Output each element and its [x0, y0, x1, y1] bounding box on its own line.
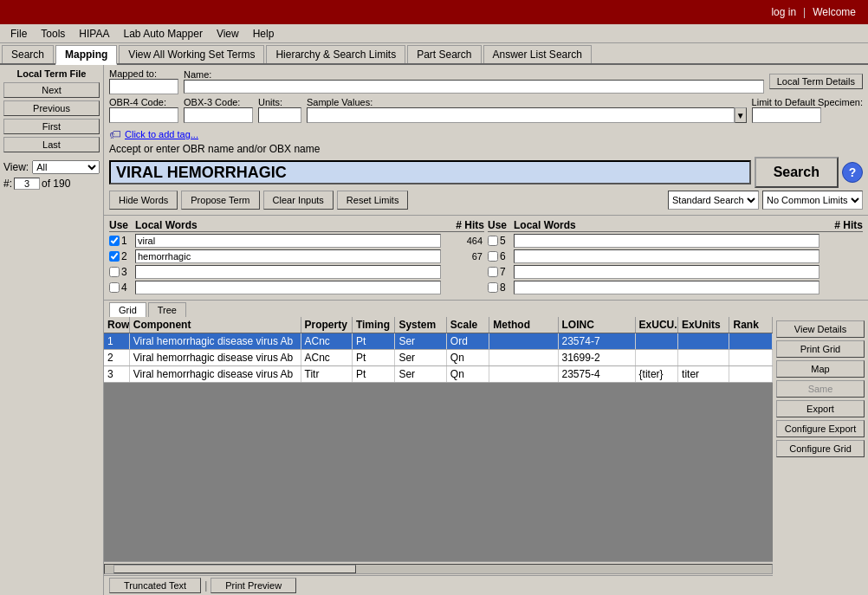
word-input-3[interactable] — [135, 265, 441, 279]
clear-inputs-btn[interactable]: Clear Inputs — [263, 191, 334, 210]
menu-item-file[interactable]: File — [3, 26, 34, 42]
tab-view-all-working-set-terms[interactable]: View All Working Set Terms — [119, 45, 264, 63]
obx3-label: OBX-3 Code: — [184, 97, 253, 107]
word-num-2: 2 — [121, 250, 127, 262]
print-preview-button[interactable]: Print Preview — [211, 578, 296, 593]
local-term-file-title: Local Term File — [3, 68, 100, 79]
word-checkbox-7[interactable] — [488, 267, 498, 277]
help-button[interactable]: ? — [842, 162, 863, 183]
grid-cell-system: Ser — [395, 333, 446, 349]
words-header-words-right: Local Words — [514, 219, 819, 231]
grid-tab-tree[interactable]: Tree — [148, 302, 186, 317]
export-button[interactable]: Export — [776, 400, 865, 417]
grid-cell-exucu — [636, 350, 679, 365]
menu-item-view[interactable]: View — [210, 26, 246, 42]
truncated-text-button[interactable]: Truncated Text — [109, 578, 201, 593]
grid-cell-row: 3 — [104, 366, 130, 382]
tab-answer-list-search[interactable]: Answer List Search — [483, 45, 592, 63]
menu-item-tools[interactable]: Tools — [34, 26, 72, 42]
mapped-to-input[interactable] — [109, 79, 178, 94]
view-details-button[interactable]: View Details — [776, 320, 865, 338]
word-input-8[interactable] — [514, 281, 819, 294]
word-input-5[interactable] — [514, 234, 819, 248]
word-checkbox-5[interactable] — [488, 236, 498, 246]
left-panel: Local Term File NextPreviousFirstLast Vi… — [0, 65, 104, 595]
grid-col-component[interactable]: Component — [130, 317, 301, 333]
grid-col-property[interactable]: Property — [301, 317, 353, 333]
table-row[interactable]: 1Viral hemorrhagic disease virus AbACncP… — [104, 333, 773, 350]
num-input[interactable] — [14, 178, 40, 190]
tab-hierarchy-&-search-limits[interactable]: Hierarchy & Search Limits — [266, 45, 405, 63]
limit-input[interactable] — [752, 107, 821, 123]
word-num-7: 7 — [500, 266, 506, 278]
sample-dropdown[interactable]: ▼ — [735, 107, 747, 123]
obx3-input[interactable] — [184, 107, 253, 123]
tab-mapping[interactable]: Mapping — [55, 45, 117, 65]
sample-input[interactable] — [307, 107, 735, 123]
grid-cell-rank — [729, 350, 773, 365]
grid-col-exucu[interactable]: ExUCU... — [636, 317, 679, 333]
grid-col-loinc[interactable]: LOINC — [559, 317, 636, 333]
local-term-details-btn[interactable]: Local Term Details — [769, 74, 863, 89]
grid-col-scale[interactable]: Scale — [447, 317, 490, 333]
grid-col-timing[interactable]: Timing — [353, 317, 396, 333]
name-input[interactable] — [184, 80, 764, 94]
grid-cell-system: Ser — [395, 350, 446, 365]
map-button[interactable]: Map — [776, 360, 865, 378]
units-input[interactable] — [258, 107, 301, 123]
standard-search-select[interactable]: Standard SearchExact SearchPartial Searc… — [668, 191, 759, 210]
tag-link[interactable]: Click to add tag... — [125, 129, 198, 139]
configure-grid-button[interactable]: Configure Grid — [776, 440, 865, 457]
words-header-words-left: Local Words — [135, 219, 441, 231]
table-row[interactable]: 3Viral hemorrhagic disease virus AbTitrP… — [104, 366, 773, 383]
hide-words-btn[interactable]: Hide Words — [109, 191, 178, 210]
grid-cell-timing: Pt — [353, 333, 396, 349]
reset-limits-btn[interactable]: Reset Limits — [337, 191, 409, 210]
obr4-input[interactable] — [109, 107, 178, 123]
login-link[interactable]: log in — [771, 6, 796, 18]
next-button[interactable]: Next — [3, 82, 100, 98]
word-input-6[interactable] — [514, 249, 819, 263]
grid-cell-property: ACnc — [301, 350, 353, 365]
word-checkbox-6[interactable] — [488, 251, 498, 262]
grid-col-method[interactable]: Method — [489, 317, 558, 333]
menu-item-hipaa[interactable]: HIPAA — [72, 26, 116, 42]
grid-cell-property: ACnc — [301, 333, 353, 349]
menu-item-lab auto mapper[interactable]: Lab Auto Mapper — [116, 26, 209, 42]
word-checkbox-8[interactable] — [488, 282, 498, 293]
no-common-select[interactable]: No Common LimitsCommon Limits — [762, 191, 863, 210]
word-checkbox-4[interactable] — [109, 282, 120, 293]
configure-export-button[interactable]: Configure Export — [776, 420, 865, 437]
grid-tab-grid[interactable]: Grid — [109, 302, 146, 317]
grid-col-system[interactable]: System — [395, 317, 446, 333]
grid-cell-scale: Qn — [447, 366, 490, 382]
grid-col-exunits[interactable]: ExUnits — [678, 317, 729, 333]
last-button[interactable]: Last — [3, 137, 100, 152]
tab-part-search[interactable]: Part Search — [407, 45, 481, 63]
word-checkbox-1[interactable] — [109, 236, 120, 246]
grid-col-rank[interactable]: Rank — [729, 317, 773, 333]
word-input-2[interactable] — [135, 249, 441, 263]
word-input-7[interactable] — [514, 265, 819, 279]
word-num-6: 6 — [500, 250, 506, 262]
search-input[interactable] — [109, 160, 751, 184]
grid-body: 1Viral hemorrhagic disease virus AbACncP… — [104, 333, 773, 561]
grid-col-row[interactable]: Row — [104, 317, 130, 333]
word-input-4[interactable] — [135, 281, 441, 294]
tab-search[interactable]: Search — [2, 45, 54, 63]
grid-cell-row: 2 — [104, 350, 130, 365]
propose-term-btn[interactable]: Propose Term — [181, 191, 259, 210]
print-grid-button[interactable]: Print Grid — [776, 340, 865, 358]
word-checkbox-2[interactable] — [109, 251, 120, 262]
word-checkbox-3[interactable] — [109, 267, 120, 277]
view-select[interactable]: AllMappedUnmapped — [32, 160, 100, 174]
previous-button[interactable]: Previous — [3, 100, 100, 116]
word-input-1[interactable] — [135, 234, 441, 248]
menu-item-help[interactable]: Help — [246, 26, 282, 42]
first-button[interactable]: First — [3, 119, 100, 134]
divider: | — [803, 6, 806, 18]
grid-cell-loinc: 23575-4 — [559, 366, 636, 382]
table-row[interactable]: 2Viral hemorrhagic disease virus AbACncP… — [104, 350, 773, 366]
search-button[interactable]: Search — [755, 157, 839, 188]
grid-cell-exunits — [678, 333, 729, 349]
